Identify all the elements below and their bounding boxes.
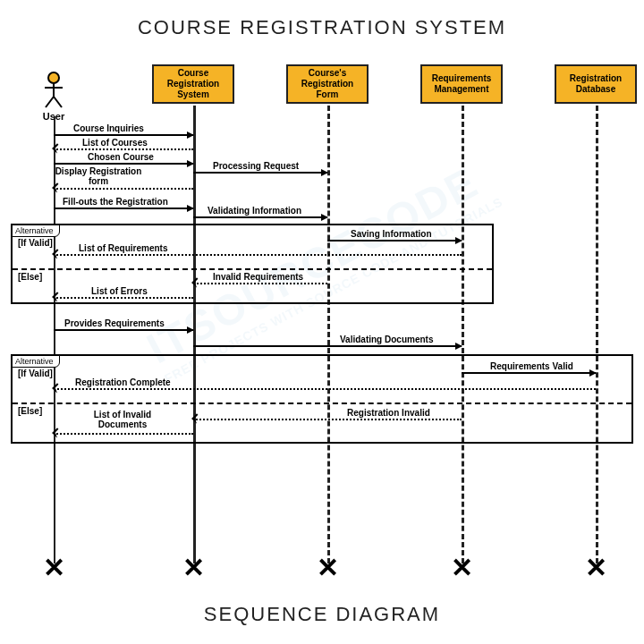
arrow-m15 xyxy=(54,388,596,390)
object-rm: Requirements Management xyxy=(420,64,503,104)
stick-figure-icon xyxy=(41,72,66,109)
alt1-guard-else: [Else] xyxy=(18,272,42,282)
alt1-divider xyxy=(13,268,492,270)
arrow-m2 xyxy=(54,148,193,150)
msg-display-form: Display Registration form xyxy=(54,166,143,186)
msg-invalid-req: Invalid Requirements xyxy=(213,272,303,282)
terminator-crf: ✕ xyxy=(317,552,339,583)
svg-line-3 xyxy=(46,97,54,107)
object-rd: Registration Database xyxy=(555,64,637,104)
msg-validating-docs: Validating Documents xyxy=(340,335,433,344)
alt2-divider xyxy=(13,402,631,404)
arrow-m3 xyxy=(54,163,193,165)
terminator-user: ✕ xyxy=(43,552,65,583)
svg-line-4 xyxy=(54,97,62,107)
arrow-m11 xyxy=(54,297,193,299)
msg-reg-invalid: Registration Invalid xyxy=(347,408,430,418)
msg-list-invalid-docs: List of Invalid Documents xyxy=(82,410,163,429)
alt1-guard-valid: [If Valid] xyxy=(18,238,53,248)
msg-course-inquiries: Course Inquiries xyxy=(73,123,144,133)
terminator-rd: ✕ xyxy=(585,552,607,583)
arrow-m4 xyxy=(193,172,327,174)
object-crs: Course Registration System xyxy=(152,64,234,104)
msg-saving-info: Saving Information xyxy=(351,229,432,239)
arrow-m5 xyxy=(54,188,193,190)
arrow-m9 xyxy=(54,254,462,256)
arrow-m17 xyxy=(54,433,193,435)
msg-list-courses: List of Courses xyxy=(82,138,148,148)
terminator-crs: ✕ xyxy=(182,552,205,583)
msg-chosen-course: Chosen Course xyxy=(88,152,154,162)
lifeline-rm xyxy=(462,106,464,564)
arrow-m16 xyxy=(193,419,462,420)
arrow-m14 xyxy=(462,372,596,374)
arrow-m10 xyxy=(193,283,327,284)
msg-reg-complete: Registration Complete xyxy=(75,377,171,387)
msg-provides-req: Provides Requirements xyxy=(64,318,165,328)
msg-fillouts: Fill-outs the Registration xyxy=(63,197,168,207)
arrow-m13 xyxy=(193,345,462,347)
diagram-title: COURSE REGISTRATION SYSTEM xyxy=(0,16,644,39)
msg-req-valid: Requirements Valid xyxy=(490,361,573,371)
terminator-rm: ✕ xyxy=(451,552,473,583)
sequence-diagram: ITSOURCECODE FREE PROJECTS WITH SOURCE C… xyxy=(9,54,635,590)
svg-point-0 xyxy=(48,72,59,83)
msg-list-req: List of Requirements xyxy=(79,243,167,253)
arrow-m8 xyxy=(327,240,462,242)
diagram-footer: SEQUENCE DIAGRAM xyxy=(0,603,644,626)
arrow-m12 xyxy=(54,329,193,331)
arrow-m6 xyxy=(54,208,193,209)
arrow-m7 xyxy=(193,216,327,218)
alt2-guard-valid: [If Valid] xyxy=(18,369,53,378)
msg-validating-info: Validating Information xyxy=(208,206,301,216)
alt2-guard-else: [Else] xyxy=(18,406,42,416)
alt1-label: Alternative xyxy=(12,225,60,237)
actor-user: User xyxy=(36,72,72,122)
msg-processing: Processing Request xyxy=(213,161,299,171)
object-crf: Course's Registration Form xyxy=(286,64,369,104)
lifeline-crs xyxy=(193,106,196,564)
alt2-label: Alternative xyxy=(12,355,60,368)
arrow-m1 xyxy=(54,134,193,136)
lifeline-rd xyxy=(596,106,598,564)
msg-list-errors: List of Errors xyxy=(91,286,148,296)
